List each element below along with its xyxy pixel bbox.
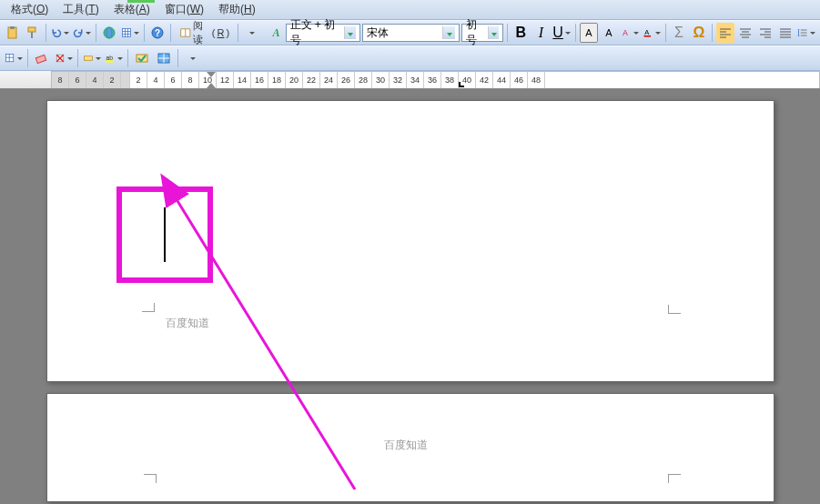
insert-row-button[interactable] xyxy=(82,48,102,68)
undo-button[interactable] xyxy=(50,23,70,43)
separator xyxy=(712,24,713,42)
underline-button[interactable]: U xyxy=(552,23,572,43)
page-1[interactable]: 百度知道 xyxy=(46,100,774,382)
ruler-tick: 12 xyxy=(217,72,234,88)
ruler-tick: 24 xyxy=(320,72,338,88)
toolbar-options-button[interactable] xyxy=(242,23,260,43)
ruler-tick: 42 xyxy=(476,72,493,88)
align-right-button[interactable] xyxy=(756,23,774,43)
paste-button[interactable] xyxy=(4,23,22,43)
table-grid-button[interactable] xyxy=(154,48,174,68)
ruler-tick: 36 xyxy=(424,72,441,88)
ruler-tick: 46 xyxy=(511,72,528,88)
highlight-button[interactable]: ab xyxy=(104,48,124,68)
redo-button[interactable] xyxy=(72,23,92,43)
margin-corner xyxy=(138,474,157,489)
toolbar-tables-borders: ab xyxy=(0,45,820,71)
ruler-tick: 6 xyxy=(69,72,86,88)
font-color-button[interactable]: A xyxy=(642,23,662,43)
ruler[interactable]: 8642246810121416182022242628303234363840… xyxy=(0,71,820,89)
read-mode-button[interactable]: 阅读(R) xyxy=(175,23,234,43)
svg-rect-2 xyxy=(28,27,35,32)
font-selector[interactable]: 宋体 xyxy=(362,24,460,42)
align-justify-button[interactable] xyxy=(776,23,795,43)
separator xyxy=(96,24,96,42)
style-icon: A xyxy=(273,26,280,40)
separator xyxy=(665,24,666,42)
autoformat-button[interactable] xyxy=(132,48,152,68)
separator xyxy=(27,49,28,67)
menu-bar: 格式(O) 工具(T) 表格(A) 窗口(W) 帮助(H) xyxy=(0,0,820,20)
svg-rect-42 xyxy=(85,56,93,61)
menu-format[interactable]: 格式(O) xyxy=(4,0,56,19)
separator xyxy=(127,49,128,67)
sigma-button[interactable]: Σ xyxy=(670,23,688,43)
menu-table[interactable]: 表格(A) xyxy=(106,0,157,19)
delete-row-button[interactable] xyxy=(54,48,74,68)
margin-corner xyxy=(668,474,686,489)
ruler-tick: 44 xyxy=(493,72,511,88)
ruler-tick: 30 xyxy=(372,72,390,88)
char-border-button[interactable]: A xyxy=(620,23,640,43)
ruler-tick: 40 xyxy=(459,72,476,88)
hanging-indent-marker[interactable] xyxy=(207,83,216,88)
menu-window[interactable]: 窗口(W) xyxy=(157,0,211,19)
separator xyxy=(507,24,508,42)
menu-tools[interactable]: 工具(T) xyxy=(56,0,106,19)
table-button[interactable] xyxy=(120,23,140,43)
eraser-button[interactable] xyxy=(32,48,52,68)
header-text: 百度知道 xyxy=(166,316,209,331)
separator xyxy=(46,24,46,42)
svg-text:A: A xyxy=(623,29,628,37)
ruler-tick: 8 xyxy=(52,72,69,88)
format-painter-button[interactable] xyxy=(24,23,42,43)
italic-button[interactable]: I xyxy=(531,23,550,43)
ruler-tick: 48 xyxy=(528,72,545,88)
omega-button[interactable]: Ω xyxy=(690,23,708,43)
ruler-tick: 26 xyxy=(338,72,355,88)
ruler-tick: 32 xyxy=(390,72,407,88)
svg-rect-1 xyxy=(10,26,15,29)
ruler-tick: 8 xyxy=(182,72,199,88)
ruler-tick: 2 xyxy=(104,72,121,88)
ruler-tick: 38 xyxy=(441,72,459,88)
ruler-tick: 34 xyxy=(407,72,424,88)
menu-help[interactable]: 帮助(H) xyxy=(211,0,263,19)
char-scaling-button[interactable]: A xyxy=(600,23,618,43)
separator xyxy=(177,49,178,67)
separator xyxy=(77,49,78,67)
ruler-tick: 16 xyxy=(251,72,268,88)
svg-rect-44 xyxy=(106,60,114,62)
annotation-highlight-box xyxy=(116,186,213,283)
footer-text: 百度知道 xyxy=(384,438,428,453)
draw-table-button[interactable] xyxy=(4,48,24,68)
bold-button[interactable]: B xyxy=(511,23,530,43)
margin-corner xyxy=(668,299,686,314)
ruler-tabstop[interactable] xyxy=(459,82,464,87)
decorative-strip xyxy=(127,0,155,3)
ruler-zero xyxy=(121,72,130,88)
align-left-button[interactable] xyxy=(716,23,734,43)
text-cursor xyxy=(164,207,166,262)
help-button[interactable]: ? xyxy=(148,23,167,43)
svg-rect-3 xyxy=(31,32,33,38)
align-center-button[interactable] xyxy=(736,23,754,43)
ruler-tick: 14 xyxy=(234,72,251,88)
ruler-tick: 4 xyxy=(86,72,104,88)
toolbar2-options-button[interactable] xyxy=(182,48,202,68)
ruler-tick: 18 xyxy=(268,72,286,88)
font-box-button[interactable]: A xyxy=(580,23,598,43)
svg-rect-38 xyxy=(35,55,46,63)
svg-text:ab: ab xyxy=(106,55,114,61)
svg-point-4 xyxy=(104,27,115,38)
first-line-indent-marker[interactable] xyxy=(207,72,216,77)
line-spacing-button[interactable] xyxy=(796,23,816,43)
hyperlink-button[interactable] xyxy=(100,23,118,43)
svg-rect-6 xyxy=(122,29,130,37)
ruler-tick: 6 xyxy=(165,72,182,88)
style-selector[interactable]: 正文 + 初号 xyxy=(286,24,360,42)
svg-text:A: A xyxy=(644,28,649,36)
font-size-selector[interactable]: 初号 xyxy=(461,24,503,42)
ruler-tick: 20 xyxy=(286,72,303,88)
page-2[interactable]: 百度知道 xyxy=(46,393,774,502)
